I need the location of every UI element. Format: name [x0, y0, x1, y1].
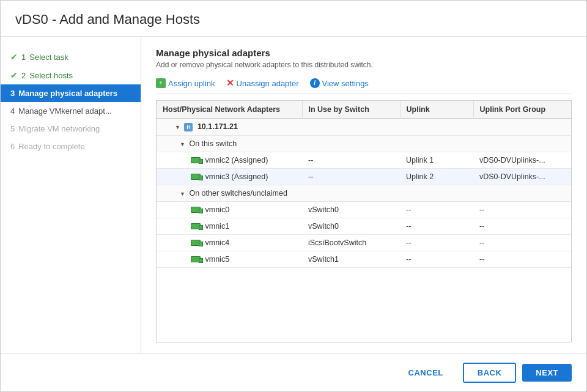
- nic-icon: [191, 256, 201, 262]
- dialog-title: vDS0 - Add and Manage Hosts: [1, 1, 586, 37]
- assign-uplink-button[interactable]: + Assign uplink: [156, 78, 215, 88]
- section-title: Manage physical adapters: [156, 48, 572, 58]
- nic-uplink: --: [400, 201, 473, 218]
- nic-uplink: --: [400, 251, 473, 267]
- nic-portgroup: --: [473, 218, 571, 234]
- group-uplink: [400, 185, 473, 201]
- sidebar-item-num-5: 5: [10, 124, 15, 133]
- sidebar: ✔ 1 Select task ✔ 2 Select hosts 3 Manag…: [1, 37, 141, 353]
- nic-inuse: vSwitch0: [302, 201, 400, 218]
- nic-portgroup: --: [473, 234, 571, 251]
- adapters-table: Host/Physical Network Adapters In Use by…: [157, 101, 571, 268]
- check-icon-1: ✔: [10, 52, 18, 62]
- sidebar-item-select-task[interactable]: ✔ 1 Select task: [1, 48, 141, 66]
- sidebar-item-ready: 6 Ready to complete: [1, 138, 141, 155]
- nic-name: vmnic2 (Assigned): [157, 152, 302, 168]
- nic-name: vmnic4: [157, 234, 302, 251]
- group-inuse: [302, 185, 400, 201]
- group-inuse: [302, 135, 400, 152]
- host-inuse: [302, 119, 400, 136]
- sidebar-item-text-2: Select hosts: [29, 71, 73, 80]
- table-row[interactable]: vmnic0 vSwitch0 -- --: [157, 201, 571, 218]
- nic-label: vmnic4: [205, 239, 229, 247]
- nic-inuse: vSwitch1: [302, 251, 400, 267]
- sidebar-item-label-2: 2: [21, 71, 26, 80]
- nic-uplink: Uplink 1: [400, 152, 473, 168]
- sidebar-item-text-6: Ready to complete: [18, 142, 84, 151]
- nic-name: vmnic0: [157, 201, 302, 218]
- table-row[interactable]: vmnic2 (Assigned) -- Uplink 1 vDS0-DVUpl…: [157, 152, 571, 168]
- nic-label: vmnic1: [205, 222, 229, 231]
- group-name-thisswitch: ▼ On this switch: [157, 135, 302, 152]
- next-button[interactable]: NEXT: [522, 364, 572, 382]
- sidebar-item-manage-physical[interactable]: 3 Manage physical adapters: [1, 84, 141, 102]
- col-uplink: Uplink: [400, 101, 473, 119]
- sidebar-item-text-5: Migrate VM networking: [18, 124, 100, 133]
- toolbar: + Assign uplink ✕ Unassign adapter i Vie…: [156, 78, 572, 94]
- table-row[interactable]: vmnic1 vSwitch0 -- --: [157, 218, 571, 234]
- assign-icon: +: [156, 78, 166, 88]
- section-desc: Add or remove physical network adapters …: [156, 61, 572, 69]
- sidebar-item-text-3: Manage physical adapters: [18, 89, 117, 98]
- group-label-other: On other switches/unclaimed: [189, 189, 287, 198]
- expand-icon: ▼: [175, 124, 180, 130]
- sidebar-item-select-hosts[interactable]: ✔ 2 Select hosts: [1, 66, 141, 84]
- col-host: Host/Physical Network Adapters: [157, 101, 302, 119]
- group-name-other: ▼ On other switches/unclaimed: [157, 185, 302, 201]
- info-icon: i: [310, 78, 320, 88]
- sidebar-item-label-1: 1: [21, 53, 26, 62]
- sidebar-item-num-4: 4: [10, 106, 15, 116]
- dialog-body: ✔ 1 Select task ✔ 2 Select hosts 3 Manag…: [1, 37, 586, 353]
- view-settings-label: View settings: [322, 79, 369, 88]
- sidebar-item-num-6: 6: [10, 142, 15, 151]
- nic-inuse: --: [302, 168, 400, 185]
- nic-icon: [191, 223, 201, 229]
- check-icon-2: ✔: [10, 70, 18, 80]
- sidebar-item-manage-vmkernel[interactable]: 4 Manage VMkernel adapt...: [1, 102, 141, 120]
- nic-portgroup: vDS0-DVUplinks-...: [473, 168, 571, 185]
- sidebar-item-text-1: Select task: [29, 53, 68, 62]
- table-row[interactable]: vmnic3 (Assigned) -- Uplink 2 vDS0-DVUpl…: [157, 168, 571, 185]
- sidebar-item-num-3: 3: [10, 89, 15, 98]
- sidebar-item-migrate-vm: 5 Migrate VM networking: [1, 120, 141, 138]
- table-row: ▼ On other switches/unclaimed: [157, 185, 571, 201]
- nic-label: vmnic2 (Assigned): [205, 156, 268, 165]
- unassign-adapter-label: Unassign adapter: [237, 79, 299, 88]
- nic-uplink: Uplink 2: [400, 168, 473, 185]
- nic-uplink: --: [400, 218, 473, 234]
- host-icon: H: [184, 123, 193, 131]
- unassign-icon: ✕: [226, 78, 234, 89]
- table-row[interactable]: ▼ H 10.1.171.21: [157, 119, 571, 136]
- nic-inuse: --: [302, 152, 400, 168]
- table-row[interactable]: vmnic5 vSwitch1 -- --: [157, 251, 571, 267]
- host-uplink: [400, 119, 473, 136]
- nic-portgroup: --: [473, 251, 571, 267]
- nic-inuse: iScsiBootvSwitch: [302, 234, 400, 251]
- group-label-thisswitch: On this switch: [189, 139, 237, 148]
- table-row[interactable]: vmnic4 iScsiBootvSwitch -- --: [157, 234, 571, 251]
- nic-icon: [191, 240, 201, 246]
- cancel-button[interactable]: CANCEL: [395, 364, 457, 382]
- nic-icon: [191, 157, 201, 163]
- main-content: Manage physical adapters Add or remove p…: [141, 37, 586, 353]
- nic-label: vmnic0: [205, 205, 229, 214]
- host-portgroup: [473, 119, 571, 136]
- nic-uplink: --: [400, 234, 473, 251]
- expand-icon: ▼: [180, 191, 185, 197]
- nic-name: vmnic5: [157, 251, 302, 267]
- dialog-footer: CANCEL BACK NEXT: [1, 353, 586, 391]
- view-settings-button[interactable]: i View settings: [310, 78, 369, 88]
- table-header-row: Host/Physical Network Adapters In Use by…: [157, 101, 571, 119]
- nic-name: vmnic1: [157, 218, 302, 234]
- adapters-table-wrapper: Host/Physical Network Adapters In Use by…: [156, 100, 572, 342]
- expand-icon: ▼: [180, 141, 185, 147]
- col-inuse: In Use by Switch: [302, 101, 400, 119]
- nic-icon: [191, 207, 201, 213]
- table-row: ▼ On this switch: [157, 135, 571, 152]
- nic-label: vmnic5: [205, 255, 229, 264]
- unassign-adapter-button[interactable]: ✕ Unassign adapter: [226, 78, 299, 89]
- nic-portgroup: vDS0-DVUplinks-...: [473, 152, 571, 168]
- host-address: 10.1.171.21: [198, 122, 238, 131]
- dialog: vDS0 - Add and Manage Hosts ✔ 1 Select t…: [0, 0, 587, 392]
- back-button[interactable]: BACK: [463, 363, 517, 383]
